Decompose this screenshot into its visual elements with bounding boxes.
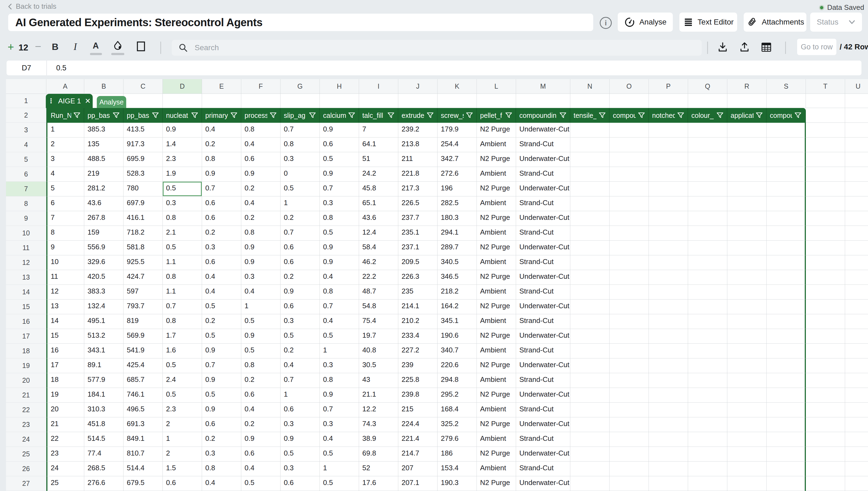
cell-A15[interactable]: 13 xyxy=(46,299,84,314)
row-number-15[interactable]: 15 xyxy=(6,299,46,314)
cell-E24[interactable]: 0.2 xyxy=(202,432,241,447)
cell-Q23[interactable] xyxy=(688,417,727,432)
cell-L8[interactable]: Ambient xyxy=(477,196,516,211)
cell-J27[interactable]: 207.1 xyxy=(398,476,438,491)
cell-K11[interactable]: 289.7 xyxy=(438,240,477,255)
cell-A5[interactable]: 3 xyxy=(46,152,84,167)
cell-I8[interactable]: 65.1 xyxy=(359,196,398,211)
column-header-notched[interactable]: notched xyxy=(649,108,688,123)
cell-A10[interactable]: 8 xyxy=(46,226,84,240)
cell-U10[interactable] xyxy=(845,226,868,240)
cell-P3[interactable] xyxy=(649,123,688,138)
cell-F11[interactable]: 0.9 xyxy=(241,240,281,255)
row-number-3[interactable]: 3 xyxy=(6,123,46,138)
cell-T25[interactable] xyxy=(806,447,845,462)
column-letter-Q[interactable]: Q xyxy=(688,79,727,94)
filter-funnel-icon[interactable] xyxy=(794,111,802,119)
cell-R21[interactable] xyxy=(727,388,767,403)
search-input[interactable]: Search xyxy=(172,40,702,56)
cell-P22[interactable] xyxy=(649,403,688,417)
column-header-Run_Nu[interactable]: Run_Nu xyxy=(46,108,84,123)
cell-S6[interactable] xyxy=(767,167,806,182)
row-number-12[interactable]: 12 xyxy=(6,255,46,270)
cell-K12[interactable]: 340.5 xyxy=(438,255,477,270)
cell-S8[interactable] xyxy=(767,196,806,211)
cell-E14[interactable]: 0.4 xyxy=(202,285,241,299)
cell-F4[interactable]: 0.4 xyxy=(241,138,281,152)
cell-D11[interactable]: 0.5 xyxy=(163,240,202,255)
cell-L23[interactable]: N2 Purge xyxy=(477,417,516,432)
cell-Q8[interactable] xyxy=(688,196,727,211)
cell-O23[interactable] xyxy=(610,417,649,432)
cell-K7[interactable]: 196 xyxy=(438,182,477,196)
cell-D10[interactable]: 2.1 xyxy=(163,226,202,240)
cell-H12[interactable]: 0.9 xyxy=(320,255,359,270)
column-letter-B[interactable]: B xyxy=(84,79,123,94)
empty-cell[interactable] xyxy=(241,94,281,108)
tab-menu-icon[interactable]: ⋮ xyxy=(48,97,54,105)
cell-J16[interactable]: 210.2 xyxy=(398,314,438,329)
cell-C27[interactable]: 679.5 xyxy=(123,476,163,491)
cell-Q9[interactable] xyxy=(688,211,727,226)
cell-R4[interactable] xyxy=(727,138,767,152)
cell-J20[interactable]: 225.8 xyxy=(398,373,438,388)
cell-D23[interactable]: 2 xyxy=(163,417,202,432)
cell-I7[interactable]: 45.8 xyxy=(359,182,398,196)
cell-I16[interactable]: 75.4 xyxy=(359,314,398,329)
filter-funnel-icon[interactable] xyxy=(348,111,356,119)
cell-K19[interactable]: 220.6 xyxy=(438,358,477,373)
cell-R7[interactable] xyxy=(727,182,767,196)
text-color-button[interactable]: A xyxy=(93,41,99,51)
cell-C5[interactable]: 695.9 xyxy=(123,152,163,167)
cell-N15[interactable] xyxy=(570,299,610,314)
cell-R11[interactable] xyxy=(727,240,767,255)
cell-I15[interactable]: 54.8 xyxy=(359,299,398,314)
cell-S13[interactable] xyxy=(767,270,806,285)
cell-B18[interactable]: 343.1 xyxy=(84,344,123,358)
cell-D3[interactable]: 0.9 xyxy=(163,123,202,138)
title-bar[interactable]: AI Generated Experiments: Stereocontrol … xyxy=(8,13,593,31)
cell-O26[interactable] xyxy=(610,462,649,476)
cell-D27[interactable]: 0.6 xyxy=(163,476,202,491)
cell-N11[interactable] xyxy=(570,240,610,255)
cell-I6[interactable]: 24.2 xyxy=(359,167,398,182)
cell-A13[interactable]: 11 xyxy=(46,270,84,285)
cell-U5[interactable] xyxy=(845,152,868,167)
cell-E13[interactable]: 0.4 xyxy=(202,270,241,285)
cell-A16[interactable]: 14 xyxy=(46,314,84,329)
cell-C10[interactable]: 718.2 xyxy=(123,226,163,240)
cell-L9[interactable]: N2 Purge xyxy=(477,211,516,226)
cell-I4[interactable]: 64.1 xyxy=(359,138,398,152)
cell-K27[interactable]: 190.3 xyxy=(438,476,477,491)
cell-B14[interactable]: 383.3 xyxy=(84,285,123,299)
cell-I14[interactable]: 48.7 xyxy=(359,285,398,299)
cell-I9[interactable]: 43.6 xyxy=(359,211,398,226)
cell-Q12[interactable] xyxy=(688,255,727,270)
column-header-pellet_f[interactable]: pellet_f xyxy=(477,108,516,123)
row-number-14[interactable]: 14 xyxy=(6,285,46,299)
cell-N13[interactable] xyxy=(570,270,610,285)
cell-D21[interactable]: 0.5 xyxy=(163,388,202,403)
cell-R5[interactable] xyxy=(727,152,767,167)
cell-D6[interactable]: 1.9 xyxy=(163,167,202,182)
row-number-26[interactable]: 26 xyxy=(6,462,46,476)
cell-T13[interactable] xyxy=(806,270,845,285)
cell-H13[interactable]: 0.4 xyxy=(320,270,359,285)
cell-C21[interactable]: 746.1 xyxy=(123,388,163,403)
column-letter-J[interactable]: J xyxy=(398,79,438,94)
cell-M24[interactable]: Strand-Cut xyxy=(516,432,570,447)
cell-D5[interactable]: 2.3 xyxy=(163,152,202,167)
cell-F16[interactable]: 0.5 xyxy=(241,314,281,329)
cell-M19[interactable]: Underwater-Cut xyxy=(516,358,570,373)
cell-B16[interactable]: 495.1 xyxy=(84,314,123,329)
cell-Q14[interactable] xyxy=(688,285,727,299)
cell-F26[interactable]: 0.4 xyxy=(241,462,281,476)
cell-U8[interactable] xyxy=(845,196,868,211)
cell-U18[interactable] xyxy=(845,344,868,358)
cell-A27[interactable]: 25 xyxy=(46,476,84,491)
cell-E15[interactable]: 0.5 xyxy=(202,299,241,314)
cell-B19[interactable]: 89.1 xyxy=(84,358,123,373)
cell-O10[interactable] xyxy=(610,226,649,240)
cell-N25[interactable] xyxy=(570,447,610,462)
cell-P19[interactable] xyxy=(649,358,688,373)
